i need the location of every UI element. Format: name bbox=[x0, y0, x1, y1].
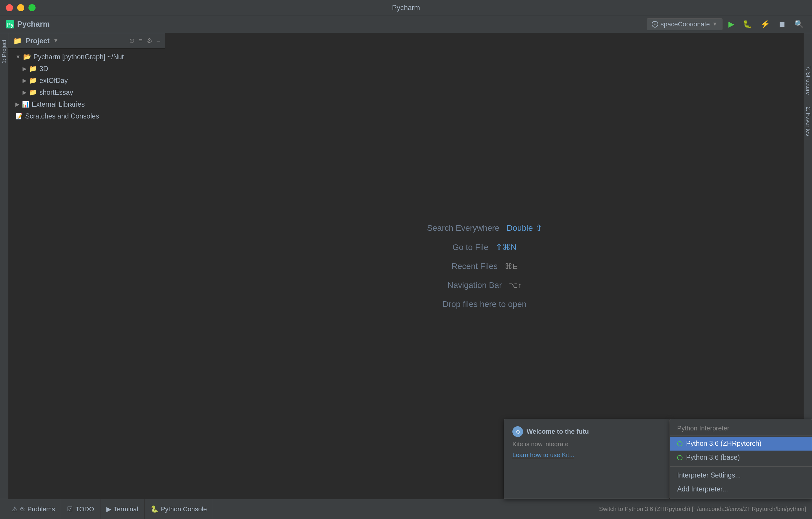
kite-title: Welcome to the futu bbox=[527, 428, 589, 435]
project-folder-icon: 📁 bbox=[13, 37, 22, 45]
sidebar-item-project[interactable]: 1: Project bbox=[0, 36, 8, 67]
favorites-tab-label: 2: Favorites bbox=[805, 106, 811, 136]
terminal-label: Terminal bbox=[114, 506, 138, 513]
kite-body: Kite is now integrate bbox=[513, 440, 661, 448]
tree-item-label: extOfDay bbox=[39, 77, 68, 85]
collapse-icon[interactable]: ≡ bbox=[139, 37, 143, 45]
close-button[interactable] bbox=[6, 4, 13, 11]
folder-icon: 📁 bbox=[29, 89, 37, 96]
python-console-label: Python Console bbox=[161, 506, 207, 513]
toolbar: Py Pycharm spaceCoordinate ▼ ▶ 🐛 ⚡ ⏹ 🔍 bbox=[0, 16, 812, 33]
welcome-navigation-bar: Navigation Bar ⌥↑ bbox=[447, 280, 522, 290]
interpreter-label: spaceCoordinate bbox=[661, 21, 710, 28]
goto-file-shortcut: ⇧⌘N bbox=[495, 242, 517, 252]
settings-icon[interactable]: ⚙ bbox=[147, 37, 153, 45]
app-logo: Py Pycharm bbox=[6, 20, 50, 29]
sidebar-tab-label: 1: Project bbox=[1, 40, 7, 63]
expand-chevron: ▼ bbox=[16, 54, 21, 60]
search-everywhere-shortcut: Double ⇧ bbox=[506, 223, 542, 233]
run-button[interactable]: ▶ bbox=[726, 18, 737, 30]
file-tree: ▼ 📂 Pycharm [pythonGraph] ~/Nut ▶ 📁 3D ▶… bbox=[8, 49, 165, 499]
structure-tab-label: 7: Structure bbox=[805, 66, 811, 95]
panel-expand-icon[interactable]: ▼ bbox=[53, 38, 58, 44]
stop-button[interactable]: ⏹ bbox=[776, 18, 788, 30]
toolbar-right: spaceCoordinate ▼ ▶ 🐛 ⚡ ⏹ 🔍 bbox=[647, 18, 806, 30]
folder-icon: 📁 bbox=[29, 77, 37, 85]
recent-files-label: Recent Files bbox=[452, 262, 498, 271]
interpreter-option-base[interactable]: Python 3.6 (base) bbox=[670, 451, 812, 464]
tree-item-root[interactable]: ▼ 📂 Pycharm [pythonGraph] ~/Nut bbox=[8, 51, 165, 63]
interpreter-dot-base bbox=[677, 455, 683, 460]
welcome-goto-file: Go to File ⇧⌘N bbox=[453, 242, 517, 252]
interpreter-dropdown: Python Interpreter Python 3.6 (ZHRpytorc… bbox=[670, 419, 812, 499]
expand-chevron: ▶ bbox=[23, 77, 27, 84]
recent-files-shortcut: ⌘E bbox=[505, 262, 517, 271]
status-tab-problems[interactable]: ⚠ 6: Problems bbox=[6, 499, 61, 519]
interpreter-option-label: Python 3.6 (ZHRpytorch) bbox=[686, 439, 761, 448]
traffic-lights bbox=[6, 4, 35, 11]
popup-area: ◇ Welcome to the futu Kite is now integr… bbox=[504, 419, 812, 499]
status-tab-python-console[interactable]: 🐍 Python Console bbox=[145, 499, 213, 519]
svg-text:Py: Py bbox=[7, 22, 13, 28]
interpreter-settings-action[interactable]: Interpreter Settings... bbox=[670, 468, 812, 482]
status-right-info: Switch to Python 3.6 (ZHRpytorch) [~/ana… bbox=[599, 506, 806, 513]
close-panel-icon[interactable]: – bbox=[157, 37, 160, 45]
tree-item-label: 3D bbox=[39, 65, 48, 73]
interpreter-option-zhrtorch[interactable]: Python 3.6 (ZHRpytorch) bbox=[670, 437, 812, 451]
tree-item-label: Scratches and Consoles bbox=[25, 112, 99, 120]
navigation-bar-label: Navigation Bar bbox=[447, 280, 502, 290]
minimize-button[interactable] bbox=[17, 4, 24, 11]
problems-label: 6: Problems bbox=[20, 506, 55, 513]
status-tab-todo[interactable]: ☑ TODO bbox=[61, 499, 100, 519]
tree-item-scratches[interactable]: 📝 Scratches and Consoles bbox=[8, 110, 165, 122]
tree-item-external-libraries[interactable]: ▶ 📊 External Libraries bbox=[8, 98, 165, 110]
search-everywhere-label: Search Everywhere bbox=[427, 223, 499, 233]
window-title: Pycharm bbox=[392, 4, 420, 12]
interpreter-icon bbox=[652, 21, 658, 28]
sidebar-item-favorites[interactable]: 2: Favorites bbox=[804, 104, 812, 139]
tree-item-shortessay[interactable]: ▶ 📁 shortEssay bbox=[8, 87, 165, 98]
sidebar-item-structure[interactable]: 7: Structure bbox=[804, 63, 812, 98]
interpreter-option-label: Python 3.6 (base) bbox=[686, 454, 740, 461]
pycharm-logo-icon: Py bbox=[6, 20, 14, 28]
goto-file-label: Go to File bbox=[453, 243, 488, 252]
interpreter-selector[interactable]: spaceCoordinate ▼ bbox=[647, 18, 723, 30]
python-console-icon: 🐍 bbox=[150, 506, 158, 513]
navigation-bar-shortcut: ⌥↑ bbox=[509, 281, 522, 290]
todo-label: TODO bbox=[75, 506, 94, 513]
tree-item-3d[interactable]: ▶ 📁 3D bbox=[8, 63, 165, 75]
expand-chevron: ▶ bbox=[16, 101, 20, 108]
settings-action-label: Interpreter Settings... bbox=[677, 471, 741, 479]
project-folder-icon: 📂 bbox=[23, 53, 31, 61]
maximize-button[interactable] bbox=[28, 4, 35, 11]
debug-button[interactable]: 🐛 bbox=[740, 18, 755, 30]
search-everywhere-button[interactable]: 🔍 bbox=[792, 18, 806, 30]
project-panel: 📁 Project ▼ ⊕ ≡ ⚙ – ▼ 📂 Pycharm [pythonG… bbox=[8, 33, 165, 499]
panel-header-actions: ⊕ ≡ ⚙ – bbox=[129, 37, 160, 45]
kite-notification: ◇ Welcome to the futu Kite is now integr… bbox=[504, 419, 670, 499]
interpreter-active-dot bbox=[677, 441, 683, 447]
expand-chevron: ▶ bbox=[23, 65, 27, 72]
external-lib-icon: 📊 bbox=[22, 101, 29, 108]
welcome-recent-files: Recent Files ⌘E bbox=[452, 262, 518, 271]
kite-icon: ◇ bbox=[513, 426, 523, 437]
titlebar: Pycharm bbox=[0, 0, 812, 16]
tree-item-label: External Libraries bbox=[32, 100, 85, 109]
status-tab-terminal[interactable]: ▶ Terminal bbox=[100, 499, 145, 519]
status-python-info: Switch to Python 3.6 (ZHRpytorch) [~/ana… bbox=[599, 506, 806, 513]
kite-header: ◇ Welcome to the futu bbox=[513, 426, 661, 437]
kite-learn-link[interactable]: Learn how to use Kit... bbox=[513, 452, 574, 458]
welcome-drop-files: Drop files here to open bbox=[442, 300, 526, 309]
locate-icon[interactable]: ⊕ bbox=[129, 37, 135, 45]
drop-files-label: Drop files here to open bbox=[442, 300, 526, 309]
tree-item-extofday[interactable]: ▶ 📁 extOfDay bbox=[8, 75, 165, 87]
left-sidebar-tabs: 1: Project bbox=[0, 33, 8, 499]
coverage-button[interactable]: ⚡ bbox=[758, 18, 772, 30]
problems-icon: ⚠ bbox=[12, 506, 18, 513]
terminal-icon: ▶ bbox=[107, 506, 111, 513]
project-panel-title: Project bbox=[26, 37, 50, 45]
add-interpreter-action[interactable]: Add Interpreter... bbox=[670, 482, 812, 496]
tree-item-label: Pycharm [pythonGraph] ~/Nut bbox=[33, 53, 124, 61]
scratch-icon: 📝 bbox=[16, 113, 23, 120]
tree-item-label: shortEssay bbox=[39, 89, 73, 97]
